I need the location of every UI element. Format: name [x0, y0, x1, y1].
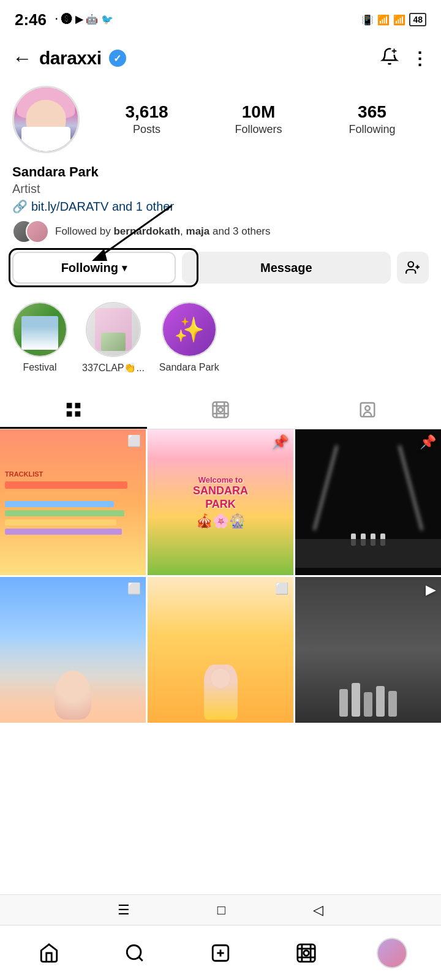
tab-reels[interactable]	[147, 392, 294, 429]
profile-name: Sandara Park	[12, 164, 429, 180]
action-area: Following ▾ Message	[12, 252, 429, 284]
dot-icon: ·	[55, 13, 58, 26]
profile-top: 3,618 Posts 10M Followers 365 Following	[12, 86, 429, 153]
svg-point-24	[304, 950, 309, 956]
top-nav-right: ⋮	[380, 47, 429, 70]
svg-point-18	[127, 945, 141, 959]
nav-reels[interactable]	[288, 935, 325, 971]
highlight-label-festival: Festival	[23, 362, 56, 373]
profile-bio: Artist	[12, 182, 429, 196]
android-icon: 🤖	[86, 13, 98, 26]
follower-avatar-2	[26, 220, 49, 243]
pin-icon-3: 📌	[420, 434, 436, 450]
profile-avatar	[12, 86, 80, 153]
home-bar: ☰ □ ◁	[0, 894, 441, 925]
status-icons: 📳 📶 📶 48	[361, 13, 426, 26]
bluebird-icon: 🐦	[101, 13, 113, 26]
following-count: 365	[358, 103, 386, 122]
status-bar: 2:46 · 🅢 ▶ 🤖 🐦 📳 📶 📶 48	[0, 0, 441, 37]
link-text: bit.ly/DARATV and 1 other	[31, 200, 174, 214]
wifi-icon: 📶	[377, 14, 390, 26]
stats-row: 3,618 Posts 10M Followers 365 Following	[92, 103, 429, 136]
tab-tagged[interactable]	[294, 392, 441, 429]
stat-following[interactable]: 365 Following	[349, 103, 395, 136]
chevron-down-icon: ▾	[122, 262, 127, 274]
status-left: 2:46 · 🅢 ▶ 🤖 🐦	[15, 10, 113, 29]
status-time: 2:46	[15, 10, 47, 29]
followers-count: 10M	[242, 103, 275, 122]
add-person-button[interactable]	[397, 252, 429, 284]
following-button[interactable]: Following ▾	[12, 252, 176, 284]
highlights: Festival 337CLAP👏... ✨ Sandara Park	[0, 296, 441, 386]
posts-grid: TRACKLIST ⬜ Welcome toSANDARAPARK 🎪🌸🎡 📌	[0, 429, 441, 723]
profile-link[interactable]: 🔗 bit.ly/DARATV and 1 other	[12, 199, 429, 214]
youtube-icon: ▶	[75, 13, 83, 26]
svg-line-19	[139, 957, 143, 960]
following-label: Following	[349, 123, 395, 136]
grid-item-1[interactable]: TRACKLIST ⬜	[0, 429, 146, 575]
svg-rect-23	[298, 944, 315, 961]
svg-rect-10	[213, 402, 228, 417]
svg-point-3	[408, 262, 413, 267]
profile-section: 3,618 Posts 10M Followers 365 Following …	[0, 80, 441, 284]
highlight-circle-festival	[12, 302, 67, 357]
top-nav-left: ← daraxxi ✓	[12, 47, 126, 70]
signal-icon: 📶	[393, 14, 405, 26]
highlight-festival[interactable]: Festival	[12, 302, 67, 374]
svg-rect-6	[67, 402, 72, 408]
nav-create[interactable]	[202, 935, 239, 971]
avatar-image	[14, 88, 78, 151]
snapchat-icon: 🅢	[61, 13, 72, 26]
menu-button[interactable]: ☰	[118, 902, 130, 918]
home-hardware-button[interactable]: □	[217, 902, 225, 918]
back-hardware-button[interactable]: ◁	[313, 902, 323, 918]
stat-followers[interactable]: 10M Followers	[235, 103, 282, 136]
tabs-row	[0, 392, 441, 429]
vibrate-icon: 📳	[361, 14, 374, 26]
bottom-nav	[0, 925, 441, 980]
message-label: Message	[260, 261, 312, 274]
multiple-icon-4: ⬜	[127, 582, 141, 595]
posts-count: 3,618	[125, 103, 168, 122]
pin-icon-2: 📌	[272, 434, 288, 450]
multiple-photos-icon: ⬜	[127, 434, 141, 448]
nav-profile-avatar	[377, 938, 407, 968]
svg-point-11	[218, 407, 223, 412]
verified-badge: ✓	[109, 50, 126, 67]
followers-label: Followers	[235, 123, 282, 136]
video-play-icon: ▶	[426, 582, 436, 598]
svg-rect-8	[67, 411, 72, 417]
followed-by: Followed by bernardokath, maja and 3 oth…	[12, 220, 429, 243]
stat-posts[interactable]: 3,618 Posts	[125, 103, 168, 136]
nav-profile[interactable]	[374, 935, 410, 971]
grid-item-3[interactable]: 📌	[295, 429, 441, 575]
grid-item-6[interactable]: ▶	[295, 577, 441, 723]
svg-rect-9	[75, 411, 81, 417]
link-icon: 🔗	[12, 199, 28, 214]
posts-label: Posts	[133, 123, 160, 136]
highlight-label-sandara: Sandara Park	[159, 362, 219, 373]
highlight-circle-sandara: ✨	[162, 302, 217, 357]
nav-search[interactable]	[116, 935, 153, 971]
highlight-label-clap: 337CLAP👏...	[82, 362, 145, 374]
message-button[interactable]: Message	[182, 252, 391, 284]
svg-point-17	[365, 405, 370, 410]
following-label: Following	[61, 261, 118, 275]
grid-item-5[interactable]: ⬜	[148, 577, 293, 723]
action-buttons: Following ▾ Message	[12, 252, 429, 284]
more-options-icon[interactable]: ⋮	[411, 48, 429, 69]
highlight-clap[interactable]: 337CLAP👏...	[82, 302, 145, 374]
battery-icon: 48	[409, 13, 426, 26]
svg-rect-7	[75, 402, 81, 408]
status-app-icons: · 🅢 ▶ 🤖 🐦	[55, 13, 113, 26]
notification-bell-icon[interactable]	[380, 47, 399, 70]
follower-avatars	[12, 220, 49, 243]
back-button[interactable]: ←	[12, 47, 32, 70]
tab-grid[interactable]	[0, 392, 147, 429]
grid-item-4[interactable]: ⬜	[0, 577, 146, 723]
nav-home[interactable]	[31, 935, 67, 971]
grid-item-2[interactable]: Welcome toSANDARAPARK 🎪🌸🎡 📌	[148, 429, 293, 575]
highlight-sandara[interactable]: ✨ Sandara Park	[159, 302, 219, 374]
multiple-icon-5: ⬜	[275, 582, 288, 595]
followed-by-text: Followed by bernardokath, maja and 3 oth…	[55, 225, 271, 238]
